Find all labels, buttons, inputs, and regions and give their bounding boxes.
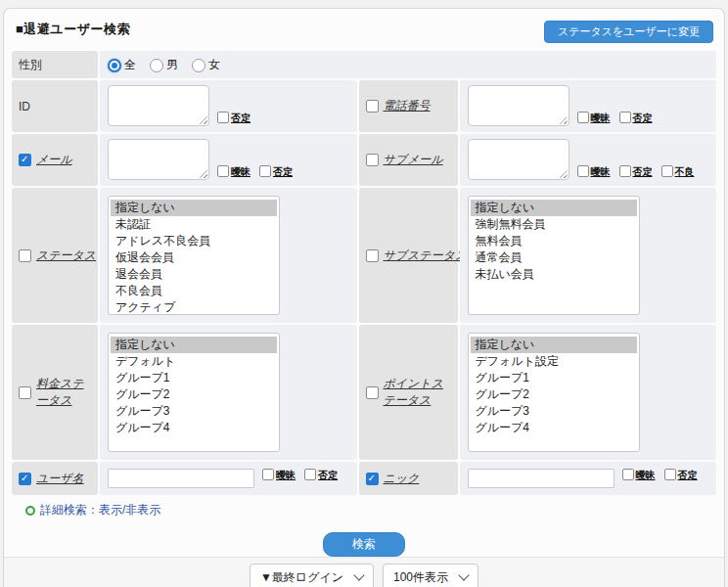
select-option[interactable]: グループ2 <box>111 386 277 403</box>
select-option[interactable]: グループ4 <box>111 420 277 436</box>
nick-checkbox[interactable] <box>366 473 379 485</box>
submail-fuzzy-label[interactable]: 曖昧 <box>591 165 611 179</box>
status-label-link[interactable]: ステータス <box>36 248 96 264</box>
submail-label-link[interactable]: サブメール <box>384 152 443 168</box>
select-option[interactable]: 未認証 <box>111 216 277 233</box>
username-input[interactable] <box>108 469 254 488</box>
substatus-listbox[interactable]: 指定しない強制無料会員無料会員通常会員未払い会員 <box>468 196 640 315</box>
point-status-label-link[interactable]: ポイントステータス <box>384 376 455 409</box>
select-option[interactable]: グループ3 <box>471 403 637 420</box>
select-option[interactable]: 指定しない <box>111 337 277 353</box>
mail-label-link[interactable]: メール <box>36 152 72 168</box>
select-option[interactable]: グループ4 <box>471 420 637 436</box>
submail-textarea[interactable] <box>468 139 569 180</box>
mail-negate-checkbox[interactable] <box>259 165 271 177</box>
nick-fuzzy-flag[interactable]: 曖昧 <box>622 469 656 482</box>
mail-fuzzy-label[interactable]: 曖昧 <box>231 165 250 179</box>
phone-checkbox[interactable] <box>366 100 379 113</box>
id-negate-checkbox[interactable] <box>217 112 229 123</box>
select-option[interactable]: グループ3 <box>111 403 277 420</box>
mail-negate-flag[interactable]: 否定 <box>259 165 293 179</box>
select-option[interactable]: グループ1 <box>471 370 637 386</box>
fee-status-checkbox[interactable] <box>19 386 31 399</box>
status-listbox[interactable]: 指定しない未認証アドレス不良会員仮退会会員退会会員不良会員アクティブ払い済 <box>108 196 280 315</box>
id-negate-flag[interactable]: 否定 <box>217 112 250 125</box>
select-option[interactable]: 指定しない <box>471 200 637 216</box>
gender-option-male[interactable]: 男 <box>150 57 178 73</box>
submail-fuzzy-flag[interactable]: 曖昧 <box>577 165 611 179</box>
select-option[interactable]: 無料会員 <box>471 233 637 249</box>
search-button[interactable]: 検索 <box>323 532 405 557</box>
nick-label-link[interactable]: ニック <box>384 471 420 487</box>
phone-negate-checkbox[interactable] <box>619 112 631 123</box>
username-label-link[interactable]: ユーザ名 <box>36 471 84 487</box>
submail-bad-checkbox[interactable] <box>661 165 673 177</box>
phone-negate-label[interactable]: 否定 <box>633 112 653 125</box>
submail-fuzzy-checkbox[interactable] <box>577 165 589 177</box>
select-option[interactable]: デフォルト <box>111 353 277 370</box>
radio-male-icon[interactable] <box>150 59 163 72</box>
id-negate-label[interactable]: 否定 <box>231 112 250 125</box>
select-option[interactable]: アクティブ <box>111 299 277 315</box>
submail-negate-label[interactable]: 否定 <box>633 165 653 179</box>
select-option[interactable]: 通常会員 <box>471 249 637 266</box>
select-option[interactable]: デフォルト設定 <box>471 353 637 370</box>
phone-fuzzy-label[interactable]: 曖昧 <box>591 112 611 125</box>
username-fuzzy-flag[interactable]: 曖昧 <box>262 469 296 482</box>
gender-option-all[interactable]: 全 <box>108 57 136 73</box>
nick-input[interactable] <box>468 469 614 488</box>
username-negate-label[interactable]: 否定 <box>318 469 338 482</box>
select-option[interactable]: アドレス不良会員 <box>111 233 277 249</box>
mail-fuzzy-checkbox[interactable] <box>217 165 229 177</box>
mail-negate-label[interactable]: 否定 <box>273 165 293 179</box>
phone-negate-flag[interactable]: 否定 <box>619 112 653 125</box>
detail-search-toggle[interactable]: 詳細検索：表示/非表示 <box>25 502 716 519</box>
username-fuzzy-checkbox[interactable] <box>262 469 274 480</box>
phone-fuzzy-checkbox[interactable] <box>577 112 589 123</box>
point-status-checkbox[interactable] <box>366 386 379 399</box>
phone-textarea[interactable] <box>468 85 569 126</box>
submail-bad-flag[interactable]: 不良 <box>661 165 695 179</box>
mail-checkbox[interactable] <box>19 154 31 166</box>
username-negate-checkbox[interactable] <box>304 469 316 480</box>
submail-checkbox[interactable] <box>366 154 379 166</box>
username-checkbox[interactable] <box>19 473 31 485</box>
select-option[interactable]: 仮退会会員 <box>111 249 277 266</box>
detail-search-link[interactable]: 詳細検索：表示/非表示 <box>40 502 160 519</box>
radio-all-icon[interactable] <box>108 59 121 72</box>
id-textarea[interactable] <box>108 85 209 126</box>
status-checkbox[interactable] <box>19 249 31 262</box>
submail-negate-flag[interactable]: 否定 <box>619 165 653 179</box>
select-option[interactable]: 指定しない <box>111 200 277 216</box>
gender-option-female[interactable]: 女 <box>192 57 220 73</box>
mail-fuzzy-flag[interactable]: 曖昧 <box>217 165 250 179</box>
change-status-button[interactable]: ステータスをユーザーに変更 <box>544 21 713 43</box>
nick-negate-checkbox[interactable] <box>664 469 676 480</box>
mail-textarea[interactable] <box>108 139 209 180</box>
select-option[interactable]: グループ1 <box>111 370 277 386</box>
fee-status-listbox[interactable]: 指定しないデフォルトグループ1グループ2グループ3グループ4 <box>108 333 280 452</box>
select-option[interactable]: 強制無料会員 <box>471 216 637 233</box>
phone-fuzzy-flag[interactable]: 曖昧 <box>577 112 611 125</box>
select-option[interactable]: 指定しない <box>471 337 637 353</box>
submail-negate-checkbox[interactable] <box>619 165 631 177</box>
substatus-label-link[interactable]: サブステータス <box>384 248 468 264</box>
radio-female-icon[interactable] <box>192 59 205 72</box>
select-option[interactable]: 不良会員 <box>111 283 277 299</box>
sort-select[interactable]: ▼最終ログイン <box>250 564 374 587</box>
point-status-listbox[interactable]: 指定しないデフォルト設定グループ1グループ2グループ3グループ4 <box>468 333 640 452</box>
submail-bad-label[interactable]: 不良 <box>675 165 695 179</box>
phone-label-link[interactable]: 電話番号 <box>384 98 431 114</box>
nick-negate-label[interactable]: 否定 <box>678 469 698 482</box>
substatus-checkbox[interactable] <box>366 249 379 262</box>
username-negate-flag[interactable]: 否定 <box>304 469 338 482</box>
select-option[interactable]: 未払い会員 <box>471 266 637 283</box>
select-option[interactable]: 退会会員 <box>111 266 277 283</box>
select-option[interactable]: グループ2 <box>471 386 637 403</box>
nick-negate-flag[interactable]: 否定 <box>664 469 698 482</box>
nick-fuzzy-label[interactable]: 曖昧 <box>636 469 656 482</box>
fee-status-label-link[interactable]: 料金ステータス <box>36 376 95 409</box>
nick-fuzzy-checkbox[interactable] <box>622 469 634 480</box>
page-size-select[interactable]: 100件表示 <box>383 564 478 587</box>
username-fuzzy-label[interactable]: 曖昧 <box>276 469 296 482</box>
